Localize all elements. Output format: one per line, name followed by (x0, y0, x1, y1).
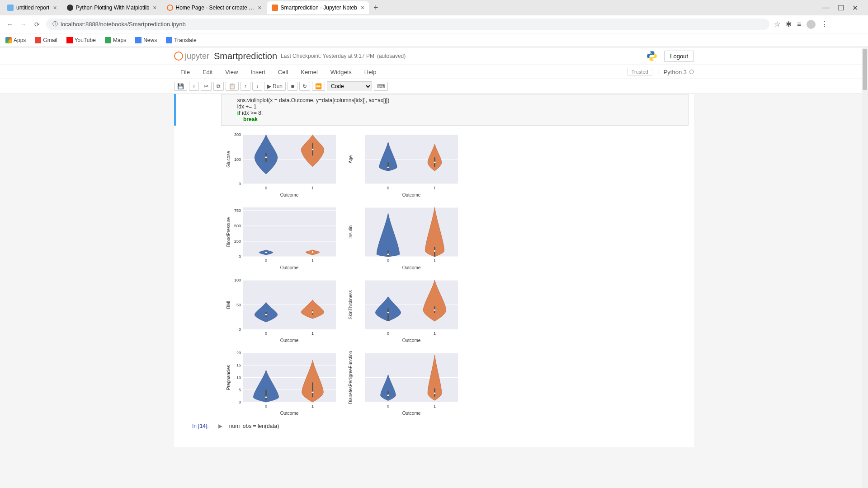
tab-bar: untitled report × Python Plotting With M… (0, 0, 868, 15)
browser-tab-active[interactable]: Smartprediction - Jupyter Noteb × (267, 1, 369, 14)
svg-text:0: 0 (239, 254, 241, 259)
code-editor[interactable]: sns.violinplot(x = data.Outcome, y=data[… (221, 94, 689, 126)
cell-prompt (176, 94, 221, 126)
browser-tab[interactable]: Home Page - Select or create a n × (162, 1, 266, 14)
menu-insert[interactable]: Insert (244, 69, 272, 75)
move-down-button[interactable]: ↓ (252, 82, 262, 91)
svg-text:DiabetesPedigreeFunction: DiabetesPedigreeFunction (348, 351, 353, 404)
move-up-button[interactable]: ↑ (241, 82, 250, 91)
tab-title: Smartprediction - Jupyter Noteb (281, 5, 357, 11)
svg-point-112 (434, 393, 436, 394)
svg-point-39 (265, 252, 267, 253)
bookmark-youtube[interactable]: YouTube (66, 37, 96, 43)
apps-shortcut[interactable]: Apps (5, 37, 26, 43)
forward-icon[interactable]: → (19, 20, 28, 29)
maximize-icon[interactable]: ☐ (838, 4, 844, 12)
site-info-icon[interactable]: ⓘ (52, 20, 58, 28)
svg-text:1: 1 (434, 331, 436, 336)
bookmark-maps[interactable]: Maps (105, 37, 126, 43)
jupyter-logo[interactable]: jupyter (174, 52, 209, 61)
close-icon[interactable]: × (258, 4, 261, 11)
jupyter-page: jupyter Smartprediction Last Checkpoint:… (0, 47, 868, 488)
menu-file[interactable]: File (174, 69, 196, 75)
browser-tab[interactable]: Python Plotting With Matplotlib × (62, 1, 161, 14)
svg-text:Outcome: Outcome (280, 192, 299, 197)
svg-point-10 (265, 156, 267, 158)
svg-text:Outcome: Outcome (402, 265, 421, 270)
svg-point-0 (650, 52, 651, 53)
add-cell-button[interactable]: + (189, 82, 199, 91)
trusted-badge[interactable]: Trusted (627, 68, 652, 76)
back-icon[interactable]: ← (5, 20, 14, 29)
violin-plot-diabetespedigreefunction: 01OutcomeDiabetesPedigreeFunction (347, 351, 460, 417)
svg-text:0: 0 (387, 186, 389, 190)
menu-help[interactable]: Help (358, 69, 383, 75)
svg-text:1: 1 (434, 258, 436, 263)
menu-edit[interactable]: Edit (196, 69, 219, 75)
paste-button[interactable]: 📋 (226, 82, 239, 91)
notebook-container: sns.violinplot(x = data.Outcome, y=data[… (174, 94, 694, 447)
bookmark-translate[interactable]: Translate (166, 37, 197, 43)
minimize-icon[interactable]: — (822, 4, 830, 12)
url-text: localhost:8888/notebooks/Smartprediction… (61, 21, 186, 28)
apps-icon (5, 37, 12, 43)
svg-text:500: 500 (234, 224, 241, 228)
restart-run-all-button[interactable]: ⏩ (312, 82, 325, 91)
violin-plot-pregnancies: 0510152001OutcomePregnancies (225, 351, 338, 417)
notebook-area[interactable]: sns.violinplot(x = data.Outcome, y=data[… (0, 94, 868, 488)
svg-text:Outcome: Outcome (402, 192, 421, 197)
svg-text:Outcome: Outcome (402, 338, 421, 343)
scrollbar-thumb[interactable] (863, 49, 867, 90)
reload-icon[interactable]: ⟳ (33, 20, 42, 29)
stop-button[interactable]: ■ (288, 82, 297, 91)
code-cell[interactable]: sns.violinplot(x = data.Outcome, y=data[… (174, 94, 694, 126)
page-scrollbar[interactable] (862, 47, 868, 488)
close-icon[interactable]: × (361, 4, 364, 11)
reading-list-icon[interactable]: ≡ (797, 20, 801, 28)
python-logo-icon (646, 50, 658, 62)
svg-text:200: 200 (234, 133, 241, 137)
svg-text:0: 0 (265, 404, 267, 408)
svg-point-81 (434, 310, 436, 311)
profile-avatar[interactable] (807, 20, 816, 29)
extensions-icon[interactable]: ✱ (786, 20, 792, 28)
svg-point-13 (312, 149, 314, 150)
close-icon[interactable]: × (53, 4, 57, 11)
save-button[interactable]: 💾 (174, 82, 187, 91)
run-button[interactable]: ▶Run (264, 82, 286, 91)
notebook-name[interactable]: Smartprediction (214, 51, 277, 61)
menu-kernel[interactable]: Kernel (294, 69, 324, 75)
close-window-icon[interactable]: ✕ (852, 4, 858, 12)
svg-text:1: 1 (434, 186, 436, 190)
violin-plot-glucose: 010020001OutcomeGlucose (225, 133, 338, 198)
svg-point-22 (387, 166, 389, 168)
window-controls: — ☐ ✕ (822, 4, 865, 12)
bookmark-gmail[interactable]: Gmail (35, 37, 57, 43)
copy-button[interactable]: ⧉ (213, 82, 224, 91)
svg-text:0: 0 (239, 400, 241, 404)
svg-text:Insulin: Insulin (348, 225, 353, 239)
new-tab-button[interactable]: + (370, 3, 382, 13)
menu-view[interactable]: View (219, 69, 244, 75)
menu-icon[interactable]: ⋮ (821, 20, 828, 28)
violin-plot-grid: 010020001OutcomeGlucose01OutcomeAge02505… (225, 133, 694, 417)
menu-widgets[interactable]: Widgets (324, 69, 358, 75)
toolbar: 💾 + ✂ ⧉ 📋 ↑ ↓ ▶Run ■ ↻ ⏩ Code ⌨ (0, 79, 868, 94)
svg-point-109 (387, 394, 389, 396)
cut-button[interactable]: ✂ (201, 82, 212, 91)
logout-button[interactable]: Logout (664, 51, 694, 62)
bookmark-star-icon[interactable]: ☆ (774, 20, 780, 28)
svg-text:1: 1 (311, 404, 314, 408)
kernel-indicator[interactable]: Python 3 (659, 69, 694, 75)
browser-tab[interactable]: untitled report × (3, 1, 61, 14)
restart-kernel-button[interactable]: ↻ (299, 82, 310, 91)
violin-plot-age: 01OutcomeAge (347, 133, 460, 198)
close-icon[interactable]: × (153, 4, 156, 11)
svg-text:BMI: BMI (226, 301, 231, 309)
bookmark-news[interactable]: News (135, 37, 157, 43)
cell-type-select[interactable]: Code (327, 81, 372, 91)
menu-cell[interactable]: Cell (272, 69, 294, 75)
command-palette-button[interactable]: ⌨ (374, 82, 388, 91)
svg-point-25 (434, 162, 436, 164)
url-input[interactable]: ⓘ localhost:8888/notebooks/Smartpredicti… (46, 19, 769, 30)
